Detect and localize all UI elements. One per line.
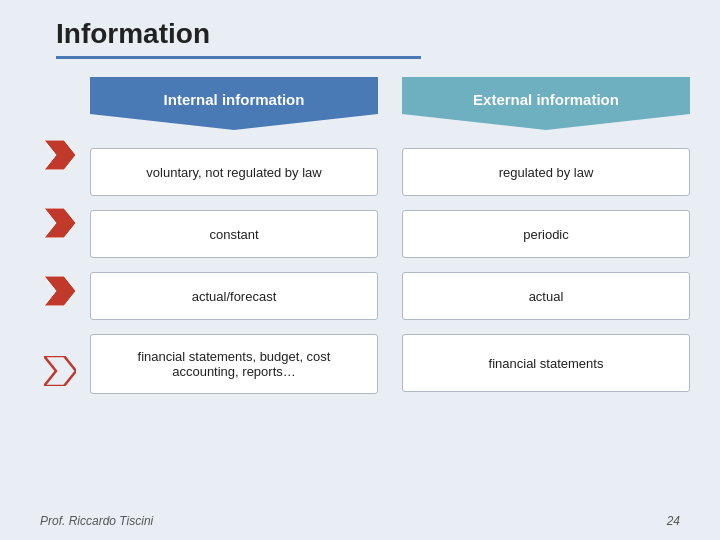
arrow-icon-1 — [42, 137, 78, 173]
internal-row-1: voluntary, not regulated by law — [90, 148, 378, 196]
arrows-column — [30, 77, 90, 394]
svg-marker-3 — [44, 356, 76, 386]
title-underline — [56, 56, 664, 59]
external-header: External information — [402, 77, 690, 130]
internal-row-4: financial statements, budget, cost accou… — [90, 334, 378, 394]
page-title: Information — [56, 18, 664, 50]
slide: Information — [0, 0, 720, 540]
svg-marker-1 — [44, 208, 76, 238]
external-row-2: periodic — [402, 210, 690, 258]
internal-header: Internal information — [90, 77, 378, 130]
svg-marker-0 — [44, 140, 76, 170]
page-number: 24 — [667, 514, 680, 528]
external-body: regulated by law periodic actual financi… — [402, 148, 690, 392]
external-row-4: financial statements — [402, 334, 690, 392]
arrow-icon-4 — [42, 353, 78, 389]
internal-row-2: constant — [90, 210, 378, 258]
external-column: External information regulated by law pe… — [402, 77, 690, 394]
arrow-icon-2 — [42, 205, 78, 241]
external-row-1: regulated by law — [402, 148, 690, 196]
columns-area: Internal information voluntary, not regu… — [90, 77, 690, 394]
author-label: Prof. Riccardo Tiscini — [40, 514, 153, 528]
internal-row-3: actual/forecast — [90, 272, 378, 320]
arrow-icon-3 — [42, 273, 78, 309]
svg-marker-2 — [44, 276, 76, 306]
internal-body: voluntary, not regulated by law constant… — [90, 148, 378, 394]
internal-column: Internal information voluntary, not regu… — [90, 77, 378, 394]
main-content: Internal information voluntary, not regu… — [0, 77, 720, 394]
footer: Prof. Riccardo Tiscini 24 — [0, 514, 720, 528]
external-row-3: actual — [402, 272, 690, 320]
title-area: Information — [0, 0, 720, 59]
